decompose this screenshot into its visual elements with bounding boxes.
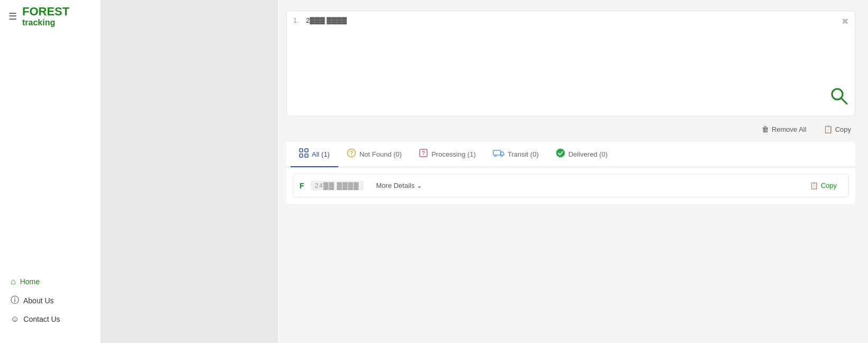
brand: FOREST tracking [22, 5, 69, 28]
tab-delivered-label: Delivered (0) [568, 150, 608, 158]
remove-all-button[interactable]: 🗑 Remove All [757, 123, 811, 136]
left-panel [101, 0, 278, 343]
tab-all-icon [299, 148, 309, 160]
contact-icon: ☺ [11, 314, 19, 324]
sidebar-item-contact[interactable]: ☺ Contact Us [8, 311, 92, 327]
search-icon [829, 86, 848, 105]
tab-notfound-icon: ? [347, 148, 356, 160]
brand-forest-text: FOREST [22, 5, 69, 18]
svg-text:?: ? [422, 150, 425, 156]
tab-processing-icon: ? [419, 148, 428, 160]
svg-line-1 [841, 98, 847, 104]
sidebar-about-label: About Us [23, 296, 54, 305]
more-details-label: More Details [376, 182, 415, 189]
svg-rect-4 [300, 154, 303, 157]
tab-processing[interactable]: ? Processing (1) [410, 142, 484, 167]
svg-point-12 [501, 155, 502, 157]
tabs-row: All (1) ? Not Found (0) [286, 142, 855, 167]
result-prefix: F [300, 182, 304, 190]
svg-point-11 [494, 155, 496, 157]
tracking-number-input[interactable] [306, 16, 828, 24]
brand-tracking-text: tracking [22, 18, 69, 28]
sidebar-item-about[interactable]: ⓘ About Us [8, 292, 92, 309]
sidebar-home-label: Home [20, 277, 40, 286]
svg-rect-2 [300, 149, 303, 152]
tab-notfound-label: Not Found (0) [359, 150, 402, 158]
results-area: F 24▓▓ ▓▓▓▓ More Details ⌄ 📋 Copy [286, 167, 855, 204]
tracking-line-1: 1. [293, 16, 828, 24]
result-number: 24▓▓ ▓▓▓▓ [311, 180, 364, 191]
home-icon: ⌂ [11, 277, 16, 286]
chevron-down-icon: ⌄ [417, 182, 422, 189]
tab-transit-icon [493, 149, 504, 159]
svg-point-13 [556, 149, 564, 157]
tabs-results-wrapper: All (1) ? Not Found (0) [286, 142, 855, 204]
sidebar: ☰ FOREST tracking ⌂ Home ⓘ About Us ☺ Co… [0, 0, 101, 343]
tab-all-label: All (1) [312, 150, 330, 158]
table-row: F 24▓▓ ▓▓▓▓ More Details ⌄ 📋 Copy [293, 174, 849, 197]
tab-transit[interactable]: Transit (0) [484, 142, 547, 167]
tab-notfound[interactable]: ? Not Found (0) [338, 142, 410, 167]
trash-icon: 🗑 [762, 125, 769, 133]
search-button[interactable] [829, 86, 848, 110]
svg-text:?: ? [350, 150, 353, 156]
copy-all-button[interactable]: 📋 Copy [819, 123, 855, 136]
tab-all[interactable]: All (1) [291, 142, 338, 167]
svg-rect-5 [305, 154, 308, 157]
copy-result-icon: 📋 [810, 182, 818, 189]
clear-icon[interactable]: ✖ [842, 16, 848, 26]
hamburger-icon[interactable]: ☰ [8, 11, 17, 22]
result-left: F 24▓▓ ▓▓▓▓ More Details ⌄ [300, 180, 422, 191]
more-details-button[interactable]: More Details ⌄ [376, 182, 423, 189]
copy-result-button[interactable]: 📋 Copy [804, 179, 842, 192]
line-number-1: 1. [293, 16, 303, 24]
sidebar-contact-label: Contact Us [23, 315, 60, 323]
tab-transit-label: Transit (0) [508, 150, 539, 158]
main-wrapper: 1. ✖ 🗑 Remove All 📋 Copy [101, 0, 868, 343]
svg-rect-10 [493, 150, 501, 155]
content-area: 1. ✖ 🗑 Remove All 📋 Copy [278, 0, 868, 343]
tab-delivered[interactable]: Delivered (0) [547, 142, 616, 167]
copy-icon: 📋 [824, 125, 833, 133]
tab-processing-label: Processing (1) [431, 150, 476, 158]
sidebar-item-home[interactable]: ⌂ Home [8, 274, 92, 290]
sidebar-header: ☰ FOREST tracking [0, 0, 101, 34]
tab-delivered-icon [556, 148, 565, 160]
sidebar-nav: ⌂ Home ⓘ About Us ☺ Contact Us [0, 265, 101, 343]
svg-rect-3 [305, 149, 308, 152]
toolbar-row: 🗑 Remove All 📋 Copy [286, 123, 855, 136]
copy-result-label: Copy [821, 182, 837, 189]
tracking-input-container: 1. ✖ [286, 11, 855, 116]
copy-all-label: Copy [835, 125, 851, 133]
about-icon: ⓘ [11, 295, 19, 306]
remove-all-label: Remove All [772, 125, 807, 133]
